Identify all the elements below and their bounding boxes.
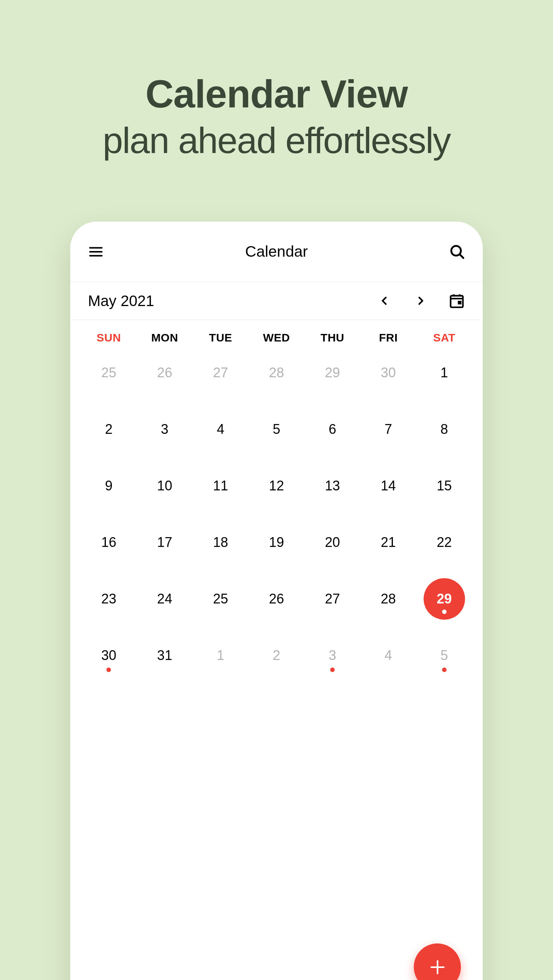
next-month-button[interactable] xyxy=(411,291,431,310)
day-number: 25 xyxy=(101,365,116,381)
weekday-label: MON xyxy=(137,331,192,344)
calendar-day[interactable]: 22 xyxy=(416,521,472,563)
day-number: 5 xyxy=(440,648,448,663)
calendar-day[interactable]: 24 xyxy=(137,578,192,620)
calendar-day[interactable]: 9 xyxy=(81,465,137,507)
search-icon[interactable] xyxy=(448,242,467,262)
day-number: 23 xyxy=(101,591,116,607)
day-number: 7 xyxy=(385,422,392,437)
calendar-day[interactable]: 2 xyxy=(81,408,137,450)
calendar-day[interactable]: 4 xyxy=(361,634,416,676)
day-number: 16 xyxy=(101,535,116,550)
weekday-label: SAT xyxy=(416,331,472,344)
day-number: 10 xyxy=(157,478,172,494)
weekday-label: SUN xyxy=(81,331,137,344)
day-number: 11 xyxy=(213,478,228,494)
day-number: 30 xyxy=(101,648,116,663)
calendar-day[interactable]: 28 xyxy=(249,352,304,394)
screen-title: Calendar xyxy=(106,243,448,261)
weekday-label: TUE xyxy=(192,331,248,344)
day-number: 28 xyxy=(269,365,284,381)
calendar-day[interactable]: 14 xyxy=(361,465,416,507)
menu-icon[interactable] xyxy=(86,242,106,262)
calendar-day[interactable]: 29 xyxy=(304,352,360,394)
hero: Calendar View plan ahead effortlessly xyxy=(0,0,553,162)
calendar-day[interactable]: 15 xyxy=(416,465,472,507)
calendar-day[interactable]: 8 xyxy=(416,408,472,450)
day-number: 27 xyxy=(213,365,228,381)
event-dot xyxy=(330,668,335,672)
day-number: 17 xyxy=(157,535,172,550)
add-button[interactable] xyxy=(414,943,461,980)
calendar-day[interactable]: 21 xyxy=(361,521,416,563)
calendar-day[interactable]: 27 xyxy=(192,352,248,394)
calendar-day[interactable]: 1 xyxy=(416,352,472,394)
calendar-day[interactable]: 3 xyxy=(304,634,360,676)
calendar-day[interactable]: 13 xyxy=(304,465,360,507)
day-number: 29 xyxy=(437,591,452,607)
calendar-day[interactable]: 5 xyxy=(416,634,472,676)
day-number: 22 xyxy=(437,535,452,550)
calendar-day[interactable]: 25 xyxy=(81,352,137,394)
calendar-day[interactable]: 5 xyxy=(249,408,304,450)
day-number: 15 xyxy=(437,478,452,494)
calendar-day[interactable]: 3 xyxy=(137,408,192,450)
day-number: 4 xyxy=(217,422,224,437)
svg-rect-9 xyxy=(458,301,461,305)
calendar-day[interactable]: 10 xyxy=(137,465,192,507)
day-number: 8 xyxy=(440,422,448,437)
calendar-day[interactable]: 11 xyxy=(192,465,248,507)
prev-month-button[interactable] xyxy=(375,291,394,310)
day-number: 31 xyxy=(157,648,172,663)
calendar-day[interactable]: 19 xyxy=(249,521,304,563)
day-number: 29 xyxy=(325,365,340,381)
day-number: 2 xyxy=(273,648,280,663)
calendar-day[interactable]: 31 xyxy=(137,634,192,676)
day-number: 9 xyxy=(105,478,113,494)
day-number: 12 xyxy=(269,478,284,494)
calendar-day[interactable]: 18 xyxy=(192,521,248,563)
day-number: 28 xyxy=(381,591,396,607)
calendar-day[interactable]: 16 xyxy=(81,521,137,563)
calendar-day[interactable]: 26 xyxy=(137,352,192,394)
calendar-day[interactable]: 1 xyxy=(192,634,248,676)
today-icon[interactable] xyxy=(447,291,467,310)
phone-frame: Calendar May 2021 xyxy=(70,222,483,980)
hero-title: Calendar View xyxy=(0,72,553,116)
calendar-day[interactable]: 26 xyxy=(249,578,304,620)
day-number: 6 xyxy=(329,422,336,437)
day-number: 20 xyxy=(325,535,340,550)
calendar-day[interactable]: 6 xyxy=(304,408,360,450)
day-number: 26 xyxy=(157,365,172,381)
day-number: 24 xyxy=(157,591,172,607)
calendar-grid: 2526272829301234567891011121314151617181… xyxy=(70,344,483,676)
day-number: 27 xyxy=(325,591,340,607)
calendar-day[interactable]: 30 xyxy=(361,352,416,394)
calendar-day[interactable]: 2 xyxy=(249,634,304,676)
day-number: 25 xyxy=(213,591,228,607)
weekday-row: SUNMONTUEWEDTHUFRISAT xyxy=(70,320,483,344)
day-number: 18 xyxy=(213,535,228,550)
calendar-day[interactable]: 17 xyxy=(137,521,192,563)
calendar-day[interactable]: 20 xyxy=(304,521,360,563)
month-label: May 2021 xyxy=(88,293,375,309)
calendar-day[interactable]: 28 xyxy=(361,578,416,620)
day-number: 30 xyxy=(381,365,396,381)
calendar-day[interactable]: 12 xyxy=(249,465,304,507)
event-dot xyxy=(442,668,447,672)
calendar-day[interactable]: 23 xyxy=(81,578,137,620)
weekday-label: THU xyxy=(304,331,360,344)
event-dot xyxy=(442,609,447,614)
day-number: 3 xyxy=(161,422,168,437)
calendar-day[interactable]: 29 xyxy=(416,578,472,620)
calendar-day[interactable]: 30 xyxy=(81,634,137,676)
calendar-day[interactable]: 7 xyxy=(361,408,416,450)
day-number: 13 xyxy=(325,478,340,494)
calendar-day[interactable]: 4 xyxy=(192,408,248,450)
day-number: 26 xyxy=(269,591,284,607)
month-nav xyxy=(375,291,467,310)
svg-line-4 xyxy=(459,254,463,258)
day-number: 2 xyxy=(105,422,113,437)
calendar-day[interactable]: 27 xyxy=(304,578,360,620)
calendar-day[interactable]: 25 xyxy=(192,578,248,620)
